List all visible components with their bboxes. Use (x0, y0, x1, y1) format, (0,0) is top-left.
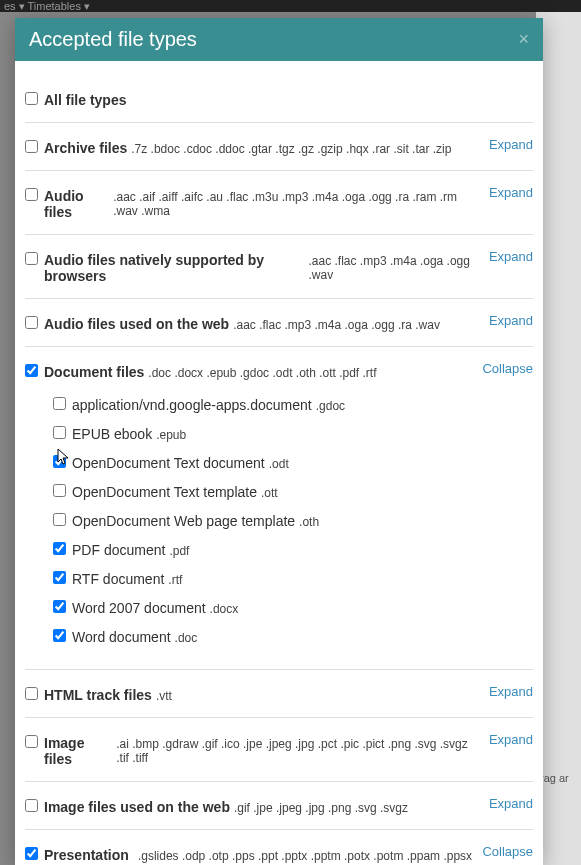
list-item: RTF document.rtf (53, 568, 533, 587)
item-extension: .doc (175, 631, 198, 645)
section-extensions: .aac .flac .mp3 .m4a .oga .ogg .wav (309, 254, 481, 282)
section-main: Audio files used on the web.aac .flac .m… (25, 313, 481, 332)
section-extensions: .aac .flac .mp3 .m4a .oga .ogg .ra .wav (233, 318, 440, 332)
item-extension: .oth (299, 515, 319, 529)
section-checkbox-presentation[interactable] (25, 847, 38, 860)
section-label: Image files used on the web (44, 799, 230, 815)
all-file-types-checkbox[interactable] (25, 92, 38, 105)
section-audio-web: Audio files used on the web.aac .flac .m… (25, 299, 533, 347)
section-extensions: .gif .jpe .jpeg .jpg .png .svg .svgz (234, 801, 408, 815)
all-file-types-label: All file types (44, 92, 126, 108)
section-head: Audio files natively supported by browse… (25, 249, 533, 284)
item-label: OpenDocument Text document (72, 455, 265, 471)
section-head: Image files.ai .bmp .gdraw .gif .ico .jp… (25, 732, 533, 767)
section-label: HTML track files (44, 687, 152, 703)
section-head: Audio files.aac .aif .aiff .aifc .au .fl… (25, 185, 533, 220)
collapse-link[interactable]: Collapse (482, 361, 533, 376)
all-file-types-row: All file types (25, 75, 533, 123)
accepted-file-types-modal: Accepted file types × All file types Arc… (15, 18, 543, 865)
item-checkbox[interactable] (53, 542, 66, 555)
section-document: Document files.doc .docx .epub .gdoc .od… (25, 347, 533, 670)
item-extension: .rtf (168, 573, 182, 587)
section-extensions: .doc .docx .epub .gdoc .odt .oth .ott .p… (148, 366, 376, 380)
collapse-link[interactable]: Collapse (482, 844, 533, 859)
section-checkbox-archive[interactable] (25, 140, 38, 153)
item-extension: .odt (269, 457, 289, 471)
section-head: Presentation files.gslides .odp .otp .pp… (25, 844, 533, 865)
section-checkbox-html-track[interactable] (25, 687, 38, 700)
list-item: application/vnd.google-apps.document.gdo… (53, 394, 533, 413)
item-checkbox[interactable] (53, 484, 66, 497)
section-label: Image files (44, 735, 112, 767)
item-label: EPUB ebook (72, 426, 152, 442)
item-extension: .pdf (169, 544, 189, 558)
modal-body: All file types Archive files.7z .bdoc .c… (15, 61, 543, 865)
expand-link[interactable]: Expand (489, 732, 533, 747)
item-label: OpenDocument Text template (72, 484, 257, 500)
close-icon[interactable]: × (518, 29, 529, 50)
item-checkbox[interactable] (53, 600, 66, 613)
item-label: PDF document (72, 542, 165, 558)
section-checkbox-image-web[interactable] (25, 799, 38, 812)
section-head: HTML track files.vttExpand (25, 684, 533, 703)
expand-link[interactable]: Expand (489, 137, 533, 152)
item-checkbox[interactable] (53, 571, 66, 584)
section-main: Presentation files.gslides .odp .otp .pp… (25, 844, 474, 865)
section-checkbox-audio-web[interactable] (25, 316, 38, 329)
section-main: Document files.doc .docx .epub .gdoc .od… (25, 361, 474, 380)
section-main: HTML track files.vtt (25, 684, 481, 703)
item-checkbox[interactable] (53, 455, 66, 468)
section-main: Image files used on the web.gif .jpe .jp… (25, 796, 481, 815)
section-main: Audio files.aac .aif .aiff .aifc .au .fl… (25, 185, 481, 220)
section-checkbox-image[interactable] (25, 735, 38, 748)
expand-link[interactable]: Expand (489, 185, 533, 200)
expand-link[interactable]: Expand (489, 313, 533, 328)
section-extensions: .vtt (156, 689, 172, 703)
item-checkbox[interactable] (53, 397, 66, 410)
section-checkbox-document[interactable] (25, 364, 38, 377)
list-item: EPUB ebook.epub (53, 423, 533, 442)
section-label: Audio files (44, 188, 109, 220)
item-label: OpenDocument Web page template (72, 513, 295, 529)
sublist-document: application/vnd.google-apps.document.gdo… (53, 394, 533, 645)
section-image: Image files.ai .bmp .gdraw .gif .ico .jp… (25, 718, 533, 782)
list-item: Word document.doc (53, 626, 533, 645)
section-checkbox-audio[interactable] (25, 188, 38, 201)
item-checkbox[interactable] (53, 426, 66, 439)
section-presentation: Presentation files.gslides .odp .otp .pp… (25, 830, 533, 865)
section-head: Image files used on the web.gif .jpe .jp… (25, 796, 533, 815)
section-extensions: .aac .aif .aiff .aifc .au .flac .m3u .mp… (113, 190, 481, 218)
modal-header: Accepted file types × (15, 18, 543, 61)
section-extensions: .ai .bmp .gdraw .gif .ico .jpe .jpeg .jp… (116, 737, 481, 765)
background-menubar: es ▾ Timetables ▾ (0, 0, 581, 12)
section-checkbox-audio-native[interactable] (25, 252, 38, 265)
item-extension: .ott (261, 486, 278, 500)
expand-link[interactable]: Expand (489, 796, 533, 811)
item-checkbox[interactable] (53, 629, 66, 642)
section-main: Image files.ai .bmp .gdraw .gif .ico .jp… (25, 732, 481, 767)
item-extension: .docx (210, 602, 239, 616)
section-head: Audio files used on the web.aac .flac .m… (25, 313, 533, 332)
section-main: Archive files.7z .bdoc .cdoc .ddoc .gtar… (25, 137, 481, 156)
item-extension: .gdoc (316, 399, 345, 413)
section-label: Audio files natively supported by browse… (44, 252, 305, 284)
list-item: OpenDocument Text document.odt (53, 452, 533, 471)
item-extension: .epub (156, 428, 186, 442)
list-item: Word 2007 document.docx (53, 597, 533, 616)
section-label: Audio files used on the web (44, 316, 229, 332)
section-audio-native: Audio files natively supported by browse… (25, 235, 533, 299)
section-audio: Audio files.aac .aif .aiff .aifc .au .fl… (25, 171, 533, 235)
section-extensions: .7z .bdoc .cdoc .ddoc .gtar .tgz .gz .gz… (131, 142, 451, 156)
section-archive: Archive files.7z .bdoc .cdoc .ddoc .gtar… (25, 123, 533, 171)
list-item: OpenDocument Text template.ott (53, 481, 533, 500)
list-item: OpenDocument Web page template.oth (53, 510, 533, 529)
expand-link[interactable]: Expand (489, 249, 533, 264)
section-label: Presentation files (44, 847, 134, 865)
section-image-web: Image files used on the web.gif .jpe .jp… (25, 782, 533, 830)
item-label: RTF document (72, 571, 164, 587)
list-item: PDF document.pdf (53, 539, 533, 558)
modal-title: Accepted file types (29, 28, 197, 51)
item-checkbox[interactable] (53, 513, 66, 526)
section-head: Document files.doc .docx .epub .gdoc .od… (25, 361, 533, 380)
expand-link[interactable]: Expand (489, 684, 533, 699)
